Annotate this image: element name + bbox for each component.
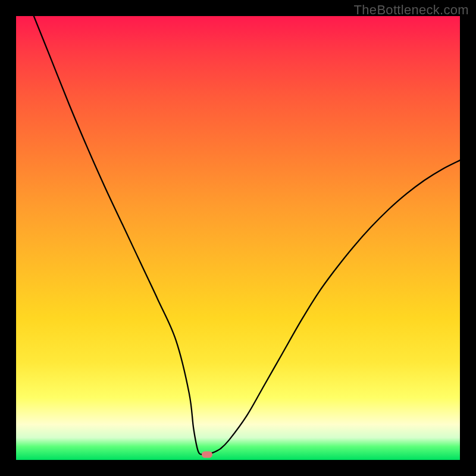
chart-frame: TheBottleneck.com (0, 0, 476, 476)
plot-area (16, 16, 460, 460)
min-marker-icon (202, 452, 212, 458)
bottleneck-curve-path (34, 16, 460, 455)
watermark-text: TheBottleneck.com (354, 2, 469, 18)
bottleneck-curve-svg (16, 16, 460, 460)
